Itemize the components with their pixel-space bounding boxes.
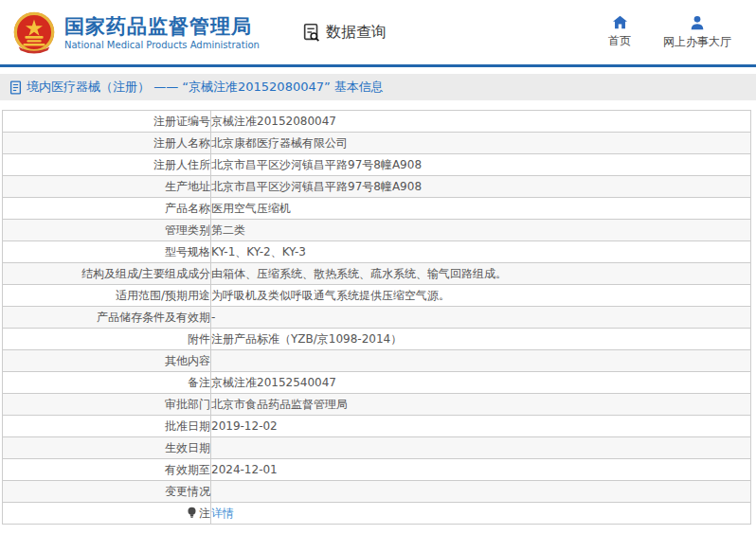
row-label: 产品名称: [3, 198, 211, 220]
row-value: KY-1、KY-2、KY-3: [211, 241, 751, 263]
nav-online-hall[interactable]: 网上办事大厅: [663, 15, 731, 50]
row-label: 型号规格: [3, 241, 211, 263]
row-value: [211, 350, 751, 372]
row-value: 医用空气压缩机: [211, 198, 751, 220]
row-label: 注册人住所: [3, 154, 211, 176]
row-value: 第二类: [211, 220, 751, 241]
nav-home-label: 首页: [608, 33, 631, 49]
row-label: 生效日期: [3, 437, 211, 459]
row-label: 管理类别: [3, 220, 211, 241]
row-label: 有效期至: [3, 459, 211, 481]
home-icon: [612, 15, 628, 29]
table-row: 注册人住所北京市昌平区沙河镇昌平路97号8幢A908: [3, 154, 751, 176]
row-label: 注册证编号: [3, 111, 211, 133]
table-row: 注册证编号京械注准20152080047: [3, 111, 751, 133]
page-title-bar: 境内医疗器械（注册） —— “京械注准20152080047” 基本信息: [0, 74, 756, 100]
site-header: 国家药品监督管理局 National Medical Products Admi…: [0, 0, 756, 67]
row-value: 由箱体、压缩系统、散热系统、疏水系统、输气回路组成。: [211, 263, 751, 285]
table-row: 附件注册产品标准（YZB/京1098-2014）: [3, 329, 751, 350]
document-search-icon: [301, 22, 322, 43]
row-value: [211, 437, 751, 459]
row-value: [211, 481, 751, 503]
info-table: 注册证编号京械注准20152080047注册人名称北京康都医疗器械有限公司注册人…: [2, 110, 751, 525]
info-table-body: 注册证编号京械注准20152080047注册人名称北京康都医疗器械有限公司注册人…: [3, 111, 751, 525]
info-table-wrap: 注册证编号京械注准20152080047注册人名称北京康都医疗器械有限公司注册人…: [2, 110, 751, 525]
row-label: 生产地址: [3, 176, 211, 198]
row-value: 北京市昌平区沙河镇昌平路97号8幢A908: [211, 176, 751, 198]
row-label: 备注: [3, 372, 211, 394]
table-row: 变更情况: [3, 481, 751, 503]
row-label: 审批部门: [3, 394, 211, 416]
page-icon: [9, 80, 22, 95]
row-value: 北京市食品药品监督管理局: [211, 394, 751, 416]
page-title: 境内医疗器械（注册） —— “京械注准20152080047” 基本信息: [27, 79, 384, 96]
data-query-nav[interactable]: 数据查询: [301, 22, 387, 43]
nav-home[interactable]: 首页: [608, 15, 631, 50]
table-row: 注册人名称北京康都医疗器械有限公司: [3, 133, 751, 154]
table-row: 备注京械注准20152540047: [3, 372, 751, 394]
row-value: 京械注准20152080047: [211, 111, 751, 133]
table-row: 产品储存条件及有效期-: [3, 307, 751, 329]
table-row: 生效日期: [3, 437, 751, 459]
table-row: 有效期至2024-12-01: [3, 459, 751, 481]
row-value: 2019-12-02: [211, 416, 751, 437]
table-row: 批准日期2019-12-02: [3, 416, 751, 437]
header-right-nav: 首页 网上办事大厅: [608, 15, 731, 50]
row-value: 为呼吸机及类似呼吸通气系统提供压缩空气源。: [211, 285, 751, 307]
row-label: 注册人名称: [3, 133, 211, 154]
row-label: 结构及组成/主要组成成分: [3, 263, 211, 285]
row-value: 京械注准20152540047: [211, 372, 751, 394]
table-row: 适用范围/预期用途为呼吸机及类似呼吸通气系统提供压缩空气源。: [3, 285, 751, 307]
table-row: 生产地址北京市昌平区沙河镇昌平路97号8幢A908: [3, 176, 751, 198]
row-value: 北京康都医疗器械有限公司: [211, 133, 751, 154]
bulb-icon: [187, 507, 197, 522]
table-row: 产品名称医用空气压缩机: [3, 198, 751, 220]
row-label: 变更情况: [3, 481, 211, 503]
table-row: 其他内容: [3, 350, 751, 372]
table-row: 型号规格KY-1、KY-2、KY-3: [3, 241, 751, 263]
row-label: 附件: [3, 329, 211, 350]
table-row: 审批部门北京市食品药品监督管理局: [3, 394, 751, 416]
row-label: 产品储存条件及有效期: [3, 307, 211, 329]
person-icon: [690, 15, 705, 30]
nav-hall-label: 网上办事大厅: [663, 34, 731, 50]
row-value: 2024-12-01: [211, 459, 751, 481]
org-name-en: National Medical Products Administration: [64, 39, 260, 51]
row-label: 注: [3, 503, 211, 525]
table-row: 管理类别第二类: [3, 220, 751, 241]
row-value: 注册产品标准（YZB/京1098-2014）: [211, 329, 751, 350]
table-row: 注详情: [3, 503, 751, 525]
row-label: 其他内容: [3, 350, 211, 372]
brand-block: 国家药品监督管理局 National Medical Products Admi…: [64, 14, 260, 51]
national-emblem-logo: [11, 10, 57, 56]
org-name-cn: 国家药品监督管理局: [64, 14, 260, 39]
data-query-label: 数据查询: [326, 23, 387, 43]
row-label: 批准日期: [3, 416, 211, 437]
table-row: 结构及组成/主要组成成分由箱体、压缩系统、散热系统、疏水系统、输气回路组成。: [3, 263, 751, 285]
row-value: 详情: [211, 503, 751, 525]
row-value: 北京市昌平区沙河镇昌平路97号8幢A908: [211, 154, 751, 176]
row-value: -: [211, 307, 751, 329]
details-link[interactable]: 详情: [211, 507, 234, 520]
row-label: 适用范围/预期用途: [3, 285, 211, 307]
